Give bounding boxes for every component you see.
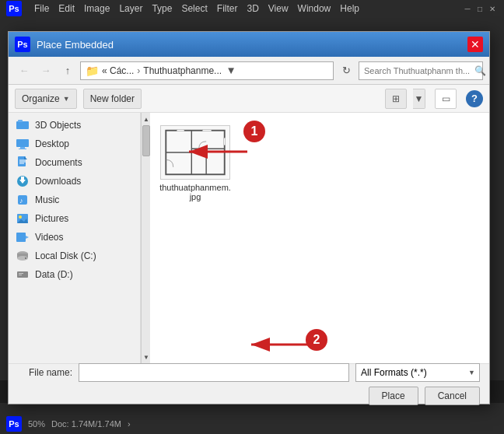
menu-layer[interactable]: Layer bbox=[119, 3, 142, 14]
organize-label: Organize bbox=[22, 93, 60, 104]
annotation-arrow-2 bbox=[243, 329, 313, 360]
svg-rect-1 bbox=[18, 120, 23, 122]
music-icon: ♪ bbox=[15, 194, 30, 206]
file-name-label: thuthuatphanmem.jpg bbox=[159, 183, 231, 201]
sidebar-item-3d-objects[interactable]: 3D Objects bbox=[9, 116, 140, 135]
file-content-area: thuthuatphanmem.jpg 1 bbox=[150, 113, 489, 363]
file-item-jpg[interactable]: thuthuatphanmem.jpg bbox=[156, 119, 234, 208]
vertical-scrollbar[interactable]: ▲ ▼ bbox=[141, 113, 150, 363]
doc-status: Doc: 1.74M/1.74M bbox=[51, 419, 121, 429]
menu-3d[interactable]: 3D bbox=[247, 3, 258, 14]
svg-rect-26 bbox=[19, 275, 22, 275]
sidebar-item-videos[interactable]: Videos bbox=[9, 228, 140, 247]
svg-rect-35 bbox=[224, 138, 226, 145]
main-content-area: 3D Objects Desktop Documents bbox=[9, 113, 489, 363]
sidebar-item-pictures[interactable]: Pictures bbox=[9, 209, 140, 228]
maximize-button[interactable]: □ bbox=[474, 3, 485, 14]
filename-input[interactable] bbox=[79, 363, 349, 382]
menu-type[interactable]: Type bbox=[152, 3, 172, 14]
close-button[interactable]: ✕ bbox=[487, 3, 498, 14]
menu-view[interactable]: View bbox=[268, 3, 289, 14]
sidebar-item-music[interactable]: ♪ Music bbox=[9, 191, 140, 209]
panel-button[interactable]: ▭ bbox=[435, 89, 457, 109]
menu-select[interactable]: Select bbox=[181, 3, 207, 14]
ps-logo-bottom: Ps bbox=[6, 416, 22, 432]
action-row: Place Cancel bbox=[18, 387, 480, 405]
format-select-wrapper[interactable]: All Formats (*.*)JPEGPNGGIFBMPTIFF bbox=[355, 363, 480, 382]
dialog-ps-logo-icon: Ps bbox=[15, 37, 30, 52]
bottom-arrow: › bbox=[128, 419, 131, 429]
ps-logo: Ps bbox=[6, 1, 22, 16]
format-select[interactable]: All Formats (*.*)JPEGPNGGIFBMPTIFF bbox=[355, 363, 480, 382]
view-icon: ⊞ bbox=[392, 93, 400, 104]
minimize-button[interactable]: ─ bbox=[462, 3, 473, 14]
view-dropdown-button[interactable]: ▼ bbox=[413, 89, 425, 109]
view-button[interactable]: ⊞ bbox=[385, 89, 407, 109]
cancel-button[interactable]: Cancel bbox=[425, 387, 480, 405]
filename-label: File name: bbox=[18, 367, 72, 378]
place-button[interactable]: Place bbox=[369, 387, 418, 405]
local-disk-icon bbox=[15, 250, 30, 262]
annotation-1: 1 bbox=[243, 121, 265, 142]
menu-filter[interactable]: Filter bbox=[217, 3, 238, 14]
svg-rect-12 bbox=[21, 177, 24, 180]
sidebar-item-videos-label: Videos bbox=[35, 232, 134, 243]
sidebar-item-documents-label: Documents bbox=[35, 157, 134, 168]
ps-bottom-statusbar: Ps 50% Doc: 1.74M/1.74M › bbox=[0, 414, 504, 434]
ps-menubar: Ps File Edit Image Layer Type Select Fil… bbox=[0, 0, 504, 17]
sidebar-item-data-disk[interactable]: Data (D:) bbox=[9, 265, 140, 284]
menu-file[interactable]: File bbox=[34, 3, 49, 14]
help-button[interactable]: ? bbox=[466, 90, 483, 107]
forward-button[interactable]: → bbox=[37, 61, 55, 80]
up-button[interactable]: ↑ bbox=[58, 61, 77, 80]
sidebar-item-documents[interactable]: Documents bbox=[9, 153, 140, 172]
sidebar-item-downloads[interactable]: Downloads bbox=[9, 172, 140, 191]
search-input[interactable] bbox=[364, 66, 471, 75]
svg-point-16 bbox=[19, 215, 22, 219]
annotation-circle-1: 1 bbox=[243, 121, 265, 142]
folder-icon: 📁 bbox=[86, 65, 99, 77]
sidebar-item-music-label: Music bbox=[35, 194, 134, 205]
new-folder-button[interactable]: New folder bbox=[83, 89, 142, 109]
organize-button[interactable]: Organize ▼ bbox=[15, 89, 77, 109]
scroll-thumb[interactable] bbox=[142, 125, 150, 156]
breadcrumb-bar[interactable]: 📁 « Các... › Thuthuatphanme... ▼ bbox=[80, 61, 334, 80]
place-embedded-dialog: Ps Place Embedded ✕ ← → ↑ 📁 « Các... › T… bbox=[8, 31, 490, 404]
sidebar-item-desktop[interactable]: Desktop bbox=[9, 135, 140, 153]
zoom-level: 50% bbox=[28, 419, 45, 429]
back-button[interactable]: ← bbox=[15, 61, 33, 80]
floor-plan-preview bbox=[162, 127, 229, 178]
search-box[interactable]: 🔍 bbox=[359, 61, 483, 80]
breadcrumb-part1: « Các... bbox=[102, 65, 134, 76]
breadcrumb-dropdown-button[interactable]: ▼ bbox=[225, 61, 237, 80]
menu-window[interactable]: Window bbox=[298, 3, 331, 14]
videos-icon bbox=[15, 231, 30, 243]
sidebar-item-local-disk-label: Local Disk (C:) bbox=[35, 250, 134, 261]
window-controls: ─ □ ✕ bbox=[462, 3, 498, 14]
menu-image[interactable]: Image bbox=[84, 3, 110, 14]
sidebar-item-downloads-label: Downloads bbox=[35, 176, 134, 187]
dialog-close-button[interactable]: ✕ bbox=[467, 37, 483, 52]
sidebar-item-pictures-label: Pictures bbox=[35, 213, 134, 224]
svg-rect-25 bbox=[19, 273, 23, 274]
annotation-2: 2 bbox=[306, 329, 327, 351]
sidebar-item-data-disk-label: Data (D:) bbox=[35, 269, 134, 280]
refresh-button[interactable]: ↻ bbox=[337, 61, 355, 80]
breadcrumb-part2: Thuthuatphanme... bbox=[143, 65, 222, 76]
sidebar-item-local-disk[interactable]: Local Disk (C:) bbox=[9, 247, 140, 265]
svg-rect-2 bbox=[16, 139, 29, 147]
navigation-bar: ← → ↑ 📁 « Các... › Thuthuatphanme... ▼ ↻… bbox=[9, 57, 489, 85]
svg-point-23 bbox=[25, 257, 26, 259]
organize-dropdown-icon: ▼ bbox=[63, 95, 70, 103]
bottom-bar: File name: All Formats (*.*)JPEGPNGGIFBM… bbox=[9, 363, 489, 404]
file-toolbar: Organize ▼ New folder ⊞ ▼ ▭ ? bbox=[9, 85, 489, 113]
downloads-icon bbox=[15, 175, 30, 187]
menu-edit[interactable]: Edit bbox=[58, 3, 75, 14]
3d-objects-icon bbox=[15, 119, 30, 131]
desktop-icon bbox=[15, 138, 30, 150]
svg-rect-0 bbox=[16, 121, 29, 129]
filename-row: File name: All Formats (*.*)JPEGPNGGIFBM… bbox=[18, 363, 480, 382]
sidebar-item-3d-label: 3D Objects bbox=[35, 120, 134, 131]
svg-marker-6 bbox=[24, 156, 27, 159]
menu-help[interactable]: Help bbox=[340, 3, 359, 14]
